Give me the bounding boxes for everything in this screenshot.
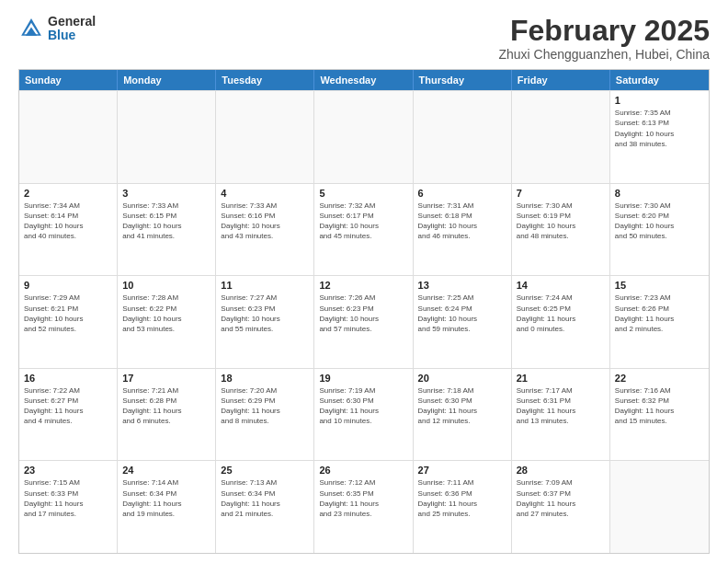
day-info: Sunrise: 7:32 AM Sunset: 6:17 PM Dayligh… [319,201,407,242]
day-number: 11 [221,280,309,291]
calendar-cell: 20Sunrise: 7:18 AM Sunset: 6:30 PM Dayli… [414,369,512,461]
calendar-cell: 27Sunrise: 7:11 AM Sunset: 6:36 PM Dayli… [414,461,512,553]
logo-general: General [48,15,96,29]
day-info: Sunrise: 7:15 AM Sunset: 6:33 PM Dayligh… [24,477,112,519]
day-number: 26 [319,465,407,476]
location-subtitle: Zhuxi Chengguanzhen, Hubei, China [498,47,710,62]
day-info: Sunrise: 7:33 AM Sunset: 6:15 PM Dayligh… [122,201,210,242]
day-number: 4 [221,188,309,199]
calendar-cell [314,91,413,183]
calendar-cell: 23Sunrise: 7:15 AM Sunset: 6:33 PM Dayli… [19,461,118,553]
day-number: 25 [221,465,309,476]
day-number: 18 [221,373,309,384]
day-info: Sunrise: 7:17 AM Sunset: 6:31 PM Dayligh… [517,385,605,427]
day-number: 19 [319,373,407,384]
day-number: 24 [122,465,210,476]
logo-text: General Blue [48,15,96,43]
day-number: 27 [418,465,506,476]
day-info: Sunrise: 7:26 AM Sunset: 6:23 PM Dayligh… [319,293,407,334]
header-day-saturday: Saturday [610,70,709,90]
day-number: 21 [517,373,605,384]
title-block: February 2025 Zhuxi Chengguanzhen, Hubei… [498,15,710,62]
day-info: Sunrise: 7:23 AM Sunset: 6:26 PM Dayligh… [615,293,704,334]
day-number: 10 [122,280,210,291]
calendar-row-1: 2Sunrise: 7:34 AM Sunset: 6:14 PM Daylig… [19,183,709,276]
calendar: SundayMondayTuesdayWednesdayThursdayFrid… [18,69,710,554]
day-info: Sunrise: 7:29 AM Sunset: 6:21 PM Dayligh… [24,293,112,334]
day-info: Sunrise: 7:09 AM Sunset: 6:37 PM Dayligh… [517,477,605,519]
day-info: Sunrise: 7:16 AM Sunset: 6:32 PM Dayligh… [615,385,704,427]
calendar-cell: 14Sunrise: 7:24 AM Sunset: 6:25 PM Dayli… [512,276,610,368]
calendar-cell: 17Sunrise: 7:21 AM Sunset: 6:28 PM Dayli… [118,369,216,461]
calendar-cell: 12Sunrise: 7:26 AM Sunset: 6:23 PM Dayli… [314,276,413,368]
day-info: Sunrise: 7:24 AM Sunset: 6:25 PM Dayligh… [517,293,605,334]
calendar-cell [414,91,512,183]
header-day-thursday: Thursday [414,70,512,90]
calendar-cell: 2Sunrise: 7:34 AM Sunset: 6:14 PM Daylig… [19,184,118,276]
day-number: 3 [122,188,210,199]
calendar-cell: 8Sunrise: 7:30 AM Sunset: 6:20 PM Daylig… [610,184,709,276]
calendar-cell: 13Sunrise: 7:25 AM Sunset: 6:24 PM Dayli… [414,276,512,368]
day-number: 13 [418,280,506,291]
day-number: 15 [615,280,704,291]
day-number: 8 [615,188,704,199]
calendar-cell [610,461,709,553]
calendar-cell: 24Sunrise: 7:14 AM Sunset: 6:34 PM Dayli… [118,461,216,553]
calendar-cell: 11Sunrise: 7:27 AM Sunset: 6:23 PM Dayli… [216,276,314,368]
calendar-cell: 4Sunrise: 7:33 AM Sunset: 6:16 PM Daylig… [216,184,314,276]
day-info: Sunrise: 7:33 AM Sunset: 6:16 PM Dayligh… [221,201,309,242]
calendar-header: SundayMondayTuesdayWednesdayThursdayFrid… [19,70,709,90]
calendar-cell: 10Sunrise: 7:28 AM Sunset: 6:22 PM Dayli… [118,276,216,368]
calendar-cell: 18Sunrise: 7:20 AM Sunset: 6:29 PM Dayli… [216,369,314,461]
calendar-cell: 22Sunrise: 7:16 AM Sunset: 6:32 PM Dayli… [610,369,709,461]
calendar-cell [216,91,314,183]
day-info: Sunrise: 7:14 AM Sunset: 6:34 PM Dayligh… [122,477,210,519]
day-number: 22 [615,373,704,384]
calendar-cell: 7Sunrise: 7:30 AM Sunset: 6:19 PM Daylig… [512,184,610,276]
logo-icon [18,16,44,41]
day-info: Sunrise: 7:28 AM Sunset: 6:22 PM Dayligh… [122,293,210,334]
day-info: Sunrise: 7:21 AM Sunset: 6:28 PM Dayligh… [122,385,210,427]
day-info: Sunrise: 7:19 AM Sunset: 6:30 PM Dayligh… [319,385,407,427]
calendar-cell: 6Sunrise: 7:31 AM Sunset: 6:18 PM Daylig… [414,184,512,276]
day-info: Sunrise: 7:35 AM Sunset: 6:13 PM Dayligh… [615,108,704,149]
page: General Blue February 2025 Zhuxi Chenggu… [0,0,728,563]
calendar-cell: 1Sunrise: 7:35 AM Sunset: 6:13 PM Daylig… [610,91,709,183]
calendar-row-2: 9Sunrise: 7:29 AM Sunset: 6:21 PM Daylig… [19,275,709,368]
day-info: Sunrise: 7:20 AM Sunset: 6:29 PM Dayligh… [221,385,309,427]
calendar-cell: 9Sunrise: 7:29 AM Sunset: 6:21 PM Daylig… [19,276,118,368]
day-number: 2 [24,188,112,199]
day-info: Sunrise: 7:34 AM Sunset: 6:14 PM Dayligh… [24,201,112,242]
day-number: 12 [319,280,407,291]
logo-blue: Blue [48,29,96,42]
calendar-cell: 16Sunrise: 7:22 AM Sunset: 6:27 PM Dayli… [19,369,118,461]
calendar-body: 1Sunrise: 7:35 AM Sunset: 6:13 PM Daylig… [19,90,709,553]
calendar-cell: 25Sunrise: 7:13 AM Sunset: 6:34 PM Dayli… [216,461,314,553]
header-day-sunday: Sunday [19,70,118,90]
day-info: Sunrise: 7:30 AM Sunset: 6:20 PM Dayligh… [615,201,704,242]
day-number: 1 [615,95,704,106]
day-info: Sunrise: 7:12 AM Sunset: 6:35 PM Dayligh… [319,477,407,519]
day-number: 7 [517,188,605,199]
calendar-row-0: 1Sunrise: 7:35 AM Sunset: 6:13 PM Daylig… [19,90,709,183]
day-number: 16 [24,373,112,384]
calendar-cell [19,91,118,183]
header-day-friday: Friday [512,70,610,90]
calendar-cell: 21Sunrise: 7:17 AM Sunset: 6:31 PM Dayli… [512,369,610,461]
day-number: 28 [517,465,605,476]
logo: General Blue [18,15,96,43]
calendar-cell: 5Sunrise: 7:32 AM Sunset: 6:17 PM Daylig… [314,184,413,276]
calendar-cell: 3Sunrise: 7:33 AM Sunset: 6:15 PM Daylig… [118,184,216,276]
calendar-row-4: 23Sunrise: 7:15 AM Sunset: 6:33 PM Dayli… [19,460,709,553]
day-number: 17 [122,373,210,384]
day-number: 9 [24,280,112,291]
calendar-row-3: 16Sunrise: 7:22 AM Sunset: 6:27 PM Dayli… [19,368,709,461]
day-info: Sunrise: 7:31 AM Sunset: 6:18 PM Dayligh… [418,201,506,242]
calendar-cell [118,91,216,183]
header-day-tuesday: Tuesday [216,70,314,90]
day-number: 14 [517,280,605,291]
calendar-cell: 26Sunrise: 7:12 AM Sunset: 6:35 PM Dayli… [314,461,413,553]
day-info: Sunrise: 7:22 AM Sunset: 6:27 PM Dayligh… [24,385,112,427]
day-number: 20 [418,373,506,384]
day-number: 23 [24,465,112,476]
